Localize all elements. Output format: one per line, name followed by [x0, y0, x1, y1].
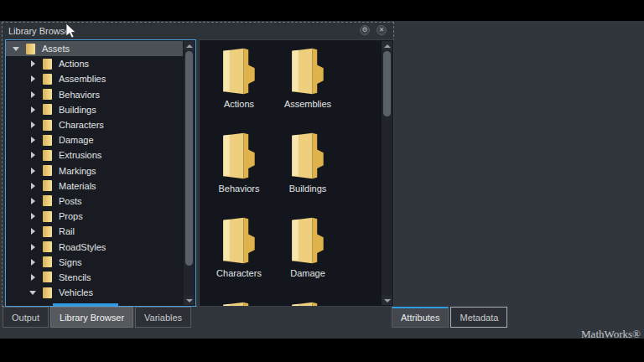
expander-icon[interactable] — [28, 213, 38, 220]
expander-icon[interactable] — [28, 228, 38, 235]
grid-vertical-scrollbar[interactable] — [382, 41, 392, 305]
asset-grid: Actions Assemblies Behaviors Buildings C… — [205, 47, 380, 306]
folder-icon — [288, 301, 327, 306]
folder-icon — [43, 287, 52, 298]
asset-tree: Assets Actions Assemblies Behaviors Buil… — [6, 41, 183, 303]
bottom-right-tab-bar: AttributesMetadata — [392, 307, 507, 328]
asset-folder-characters[interactable]: Characters — [205, 216, 273, 301]
panel-close-icon[interactable]: ✕ — [377, 25, 387, 35]
folder-icon — [288, 216, 327, 265]
folder-icon — [43, 89, 52, 100]
tree-item-signs[interactable]: Signs — [6, 255, 183, 270]
folder-icon — [43, 226, 52, 237]
asset-folder-assemblies[interactable]: Assemblies — [273, 47, 342, 132]
folder-icon — [43, 104, 52, 115]
mathworks-logo: MathWorks® — [581, 328, 641, 341]
folder-icon — [220, 132, 258, 180]
asset-folder-behaviors[interactable]: Behaviors — [205, 132, 273, 216]
tree-horizontal-scrollbar-thumb[interactable] — [53, 303, 118, 306]
folder-icon — [43, 150, 52, 161]
folder-icon — [43, 272, 52, 282]
folder-icon — [220, 47, 258, 96]
folder-icon — [43, 74, 52, 85]
tree-item-assemblies[interactable]: Assemblies — [6, 71, 183, 86]
folder-icon — [43, 256, 52, 267]
panel-title: Library Browser — [8, 26, 73, 36]
expander-icon[interactable] — [28, 91, 38, 98]
tree-item-adt-vehicles[interactable]: ADT Vehicles — [6, 300, 183, 303]
scroll-down-button[interactable] — [184, 296, 195, 305]
folder-icon — [288, 132, 327, 180]
folder-icon — [43, 195, 52, 206]
folder-icon — [43, 120, 52, 131]
tree-item-props[interactable]: Props — [6, 209, 183, 224]
arrow-up-icon — [384, 44, 391, 48]
asset-folder-actions[interactable]: Actions — [205, 47, 273, 132]
arrow-up-icon — [186, 44, 193, 48]
bottom-left-tab-bar: OutputLibrary BrowserVariables — [3, 307, 191, 328]
folder-icon — [43, 241, 52, 252]
expander-icon[interactable] — [28, 75, 38, 82]
asset-folder-buildings[interactable]: Buildings — [273, 132, 342, 216]
expander-icon[interactable] — [28, 183, 38, 189]
scrollbar-thumb[interactable] — [383, 51, 391, 116]
folder-icon — [220, 301, 258, 306]
asset-folder[interactable] — [205, 301, 273, 306]
folder-icon — [43, 135, 52, 146]
scroll-down-button[interactable] — [382, 296, 392, 305]
tree-item-rail[interactable]: Rail — [6, 224, 183, 239]
tab-metadata[interactable]: Metadata — [450, 307, 507, 328]
folder-icon — [43, 59, 52, 70]
expander-icon[interactable] — [28, 60, 38, 67]
panel-titlebar[interactable]: Library Browser ⚙ ✕ — [3, 23, 393, 39]
expander-icon[interactable] — [28, 137, 38, 143]
expander-icon[interactable] — [28, 198, 38, 204]
tree-item-behaviors[interactable]: Behaviors — [6, 87, 183, 102]
folder-icon — [288, 47, 327, 96]
library-browser-panel: Library Browser ⚙ ✕ Assets Actions Assem… — [2, 22, 394, 307]
tree-item-buildings[interactable]: Buildings — [6, 102, 183, 117]
tree-item-extrusions[interactable]: Extrusions — [6, 147, 183, 163]
arrow-down-icon — [186, 299, 193, 303]
tree-item-vehicles[interactable]: Vehicles — [6, 285, 183, 300]
tree-item-markings[interactable]: Markings — [6, 163, 183, 178]
scrollbar-thumb[interactable] — [185, 51, 193, 266]
tree-item-assets[interactable]: Assets — [6, 41, 183, 56]
tree-item-damage[interactable]: Damage — [6, 132, 183, 147]
expander-icon[interactable] — [28, 168, 38, 174]
asset-folder[interactable] — [273, 301, 342, 306]
expander-icon[interactable] — [28, 106, 38, 113]
expander-icon[interactable] — [28, 274, 38, 281]
tree-item-stencils[interactable]: Stencils — [6, 270, 183, 285]
folder-icon — [43, 211, 52, 222]
expander-icon[interactable] — [28, 244, 38, 251]
tree-item-characters[interactable]: Characters — [6, 117, 183, 132]
folder-icon — [220, 216, 258, 265]
panel-settings-icon[interactable]: ⚙ — [360, 25, 370, 35]
asset-grid-panel: Actions Assemblies Behaviors Buildings C… — [199, 39, 394, 307]
tab-output[interactable]: Output — [3, 307, 49, 328]
folder-icon — [43, 180, 52, 191]
tab-variables[interactable]: Variables — [135, 307, 191, 328]
tree-item-actions[interactable]: Actions — [6, 56, 183, 71]
expander-icon[interactable] — [28, 122, 38, 128]
expander-icon[interactable] — [28, 152, 38, 158]
expander-icon[interactable] — [11, 47, 21, 51]
expander-icon[interactable] — [28, 259, 38, 266]
application-window: Library Browser ⚙ ✕ Assets Actions Assem… — [0, 21, 644, 339]
tree-item-posts[interactable]: Posts — [6, 194, 183, 209]
folder-icon — [26, 44, 35, 54]
scroll-up-button[interactable] — [184, 41, 195, 50]
arrow-down-icon — [384, 299, 391, 303]
asset-tree-panel: Assets Actions Assemblies Behaviors Buil… — [5, 39, 196, 307]
tab-library-browser[interactable]: Library Browser — [50, 307, 133, 328]
tree-item-roadstyles[interactable]: RoadStyles — [6, 239, 183, 254]
scroll-up-button[interactable] — [382, 41, 392, 50]
tab-attributes[interactable]: Attributes — [392, 307, 449, 328]
folder-icon — [43, 165, 52, 176]
tree-vertical-scrollbar[interactable] — [184, 41, 195, 305]
expander-icon[interactable] — [28, 291, 38, 295]
mouse-cursor — [65, 23, 77, 39]
asset-folder-damage[interactable]: Damage — [273, 216, 342, 301]
tree-item-materials[interactable]: Materials — [6, 178, 183, 194]
